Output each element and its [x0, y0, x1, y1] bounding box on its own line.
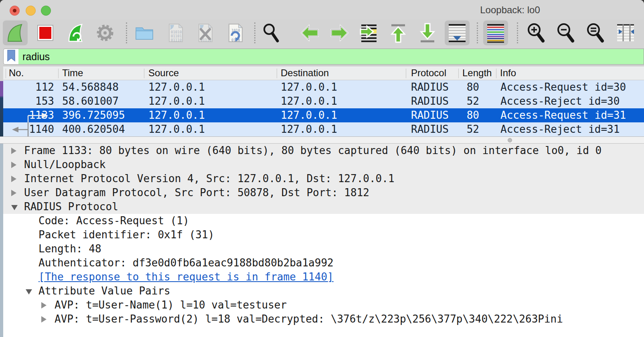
stop-capture-button[interactable] — [33, 20, 58, 45]
detail-row-response-link[interactable]: [The response to this request is in fram… — [3, 270, 644, 284]
detail-row-radius-protocol[interactable]: RADIUS Protocol — [3, 200, 644, 214]
toolbar-separator — [517, 22, 518, 43]
go-forward-button[interactable] — [327, 20, 352, 45]
packet-row-112[interactable]: 112 54.568848 127.0.0.1 127.0.0.1 RADIUS… — [3, 80, 644, 94]
find-packet-button[interactable] — [258, 20, 283, 45]
detail-row-frame[interactable]: Frame 1133: 80 bytes on wire (640 bits),… — [3, 144, 644, 158]
detail-row-length[interactable]: Length: 48 — [3, 242, 644, 256]
packet-row-1140[interactable]: 1140 400.620504 127.0.0.1 127.0.0.1 RADI… — [3, 122, 644, 136]
splitter-handle[interactable] — [508, 138, 512, 142]
cell-info: Access-Request id=30 — [500, 80, 626, 94]
expander-down-icon[interactable] — [11, 205, 18, 210]
zoom-in-button[interactable] — [523, 20, 548, 45]
open-file-button[interactable] — [132, 20, 157, 45]
detail-text: Length: 48 — [38, 242, 101, 256]
auto-scroll-button[interactable] — [445, 20, 470, 45]
expander-down-icon[interactable] — [26, 289, 32, 294]
resize-columns-button[interactable] — [613, 20, 638, 45]
column-header-info[interactable]: Info — [500, 67, 516, 79]
display-filter-input[interactable] — [18, 49, 644, 65]
cell-no: 112 — [3, 80, 54, 94]
column-header-no[interactable]: No. — [9, 67, 24, 79]
detail-text: AVP: t=User-Password(2) l=18 val=Decrypt… — [55, 312, 563, 326]
folder-icon — [134, 23, 154, 43]
column-header-source[interactable]: Source — [148, 67, 179, 79]
packet-list: 112 54.568848 127.0.0.1 127.0.0.1 RADIUS… — [3, 80, 644, 136]
response-frame-link[interactable]: [The response to this request is in fram… — [38, 270, 334, 284]
detail-row-avp-username[interactable]: AVP: t=User-Name(1) l=10 val=testuser — [3, 298, 644, 312]
detail-text: RADIUS Protocol — [24, 200, 118, 214]
zoom-button[interactable] — [41, 6, 51, 16]
wireshark-window: Loopback: lo0 010100110101110 01110 1010… — [0, 0, 644, 337]
go-to-packet-button[interactable] — [356, 20, 381, 45]
detail-row-avp-header[interactable]: Attribute Value Pairs — [3, 284, 644, 298]
auto-scroll-icon — [447, 22, 467, 43]
svg-text:01101: 01101 — [171, 34, 182, 38]
column-header-destination[interactable]: Destination — [281, 67, 329, 79]
window-title: Loopback: lo0 — [480, 4, 540, 16]
cell-length: 52 — [420, 122, 479, 136]
detail-text: Frame 1133: 80 bytes on wire (640 bits),… — [24, 144, 601, 158]
column-separator[interactable] — [406, 69, 406, 78]
detail-row-authenticator[interactable]: Authenticator: df3e0d0fb6a1eac9188bd80b2… — [3, 256, 644, 270]
expander-right-icon[interactable] — [11, 176, 16, 182]
cell-length: 80 — [420, 108, 479, 122]
start-capture-button[interactable] — [3, 20, 28, 45]
column-separator[interactable] — [144, 69, 144, 78]
shark-fin-icon — [5, 23, 25, 43]
svg-text:01010: 01010 — [171, 30, 182, 34]
capture-options-button[interactable] — [93, 20, 117, 45]
detail-row-avp-password[interactable]: AVP: t=User-Password(2) l=18 val=Decrypt… — [3, 312, 644, 326]
column-separator[interactable] — [6, 69, 6, 78]
resize-columns-icon — [616, 23, 636, 43]
detail-row-code[interactable]: Code: Access-Request (1) — [3, 214, 644, 228]
detail-row-ipv4[interactable]: Internet Protocol Version 4, Src: 127.0.… — [3, 172, 644, 186]
detail-row-null-loopback[interactable]: Null/Loopback — [3, 158, 644, 172]
zoom-reset-button[interactable] — [583, 20, 608, 45]
packet-row-153[interactable]: 153 58.601007 127.0.0.1 127.0.0.1 RADIUS… — [3, 94, 644, 108]
expander-right-icon[interactable] — [41, 302, 47, 309]
detail-text: Authenticator: df3e0d0fb6a1eac9188bd80b2… — [38, 256, 334, 270]
detail-row-udp[interactable]: User Datagram Protocol, Src Port: 50878,… — [3, 186, 644, 200]
pane-splitter[interactable] — [0, 136, 644, 144]
column-separator[interactable] — [277, 69, 277, 78]
expander-right-icon[interactable] — [41, 316, 47, 323]
restart-shark-fin-icon — [65, 23, 85, 43]
detail-text: Code: Access-Request (1) — [38, 214, 189, 228]
restart-capture-button[interactable] — [63, 20, 88, 45]
save-document-icon: 010100110101110 — [166, 23, 185, 43]
colorize-packets-button[interactable] — [483, 20, 508, 45]
column-header-protocol[interactable]: Protocol — [411, 67, 446, 79]
column-separator[interactable] — [58, 69, 59, 78]
cell-source: 127.0.0.1 — [148, 80, 205, 94]
close-document-icon: 01110 — [196, 23, 215, 43]
cell-info: Access-Request id=31 — [500, 108, 626, 122]
reload-file-button[interactable]: 10100110 — [223, 20, 248, 45]
detail-row-packet-identifier[interactable]: Packet identifier: 0x1f (31) — [3, 228, 644, 242]
cell-length: 80 — [420, 80, 479, 94]
go-to-last-button[interactable] — [415, 20, 440, 45]
titlebar[interactable]: Loopback: lo0 — [0, 0, 644, 19]
column-separator[interactable] — [496, 69, 496, 78]
go-back-button[interactable] — [298, 20, 322, 45]
column-header-length[interactable]: Length — [462, 67, 492, 79]
column-header-time[interactable]: Time — [62, 67, 83, 79]
close-file-button[interactable]: 01110 — [193, 20, 218, 45]
filter-bar — [0, 47, 644, 66]
cell-time: 396.725095 — [62, 108, 125, 122]
filter-bookmark-button[interactable] — [3, 49, 18, 65]
toolbar-separator — [126, 22, 127, 43]
go-to-first-button[interactable] — [386, 20, 411, 45]
zoom-out-button[interactable] — [553, 20, 578, 45]
expander-right-icon[interactable] — [11, 190, 16, 196]
cell-destination: 127.0.0.1 — [281, 122, 337, 136]
packet-row-1133-selected[interactable]: 1133 396.725095 127.0.0.1 127.0.0.1 RADI… — [3, 108, 644, 122]
column-separator[interactable] — [458, 69, 459, 78]
expander-right-icon[interactable] — [11, 162, 16, 168]
close-button[interactable] — [10, 6, 20, 16]
expander-right-icon[interactable] — [11, 148, 16, 154]
minimize-button[interactable] — [26, 6, 36, 16]
cell-time: 400.620504 — [62, 122, 125, 136]
save-file-button[interactable]: 010100110101110 — [163, 20, 188, 45]
toolbar-separator — [477, 22, 478, 43]
